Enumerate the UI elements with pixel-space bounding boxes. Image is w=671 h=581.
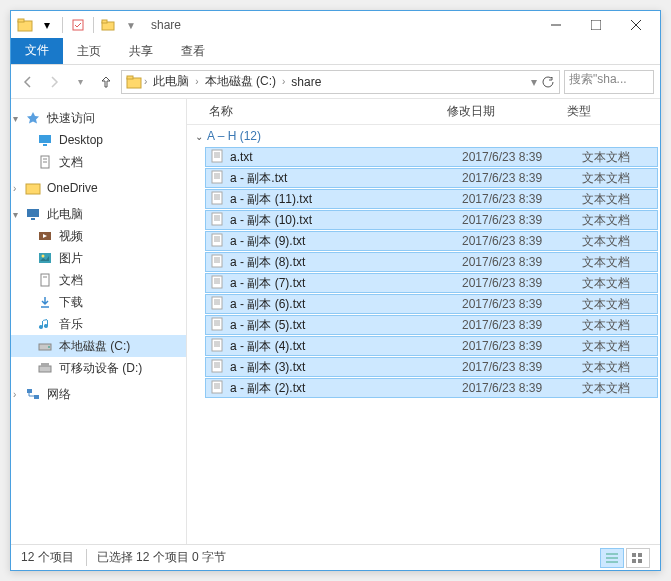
recent-dropdown[interactable]: ▾ <box>69 71 91 93</box>
svg-rect-2 <box>73 20 83 30</box>
sidebar-onedrive[interactable]: ›OneDrive <box>11 177 186 199</box>
file-row[interactable]: a - 副本 (4).txt2017/6/23 8:39文本文档 <box>205 336 658 356</box>
tab-home[interactable]: 主页 <box>63 39 115 64</box>
chevron-right-icon[interactable]: › <box>13 183 16 194</box>
sidebar-this-pc[interactable]: ▾此电脑 <box>11 203 186 225</box>
svg-rect-55 <box>212 276 222 288</box>
close-button[interactable] <box>616 11 656 39</box>
download-icon <box>37 294 53 310</box>
file-row[interactable]: a - 副本 (3).txt2017/6/23 8:39文本文档 <box>205 357 658 377</box>
file-type: 文本文档 <box>582 170 630 187</box>
chevron-right-icon[interactable]: › <box>144 76 147 87</box>
file-date: 2017/6/23 8:39 <box>462 360 582 374</box>
file-type: 文本文档 <box>582 254 630 271</box>
file-type: 文本文档 <box>582 233 630 250</box>
text-file-icon <box>210 296 226 312</box>
file-row[interactable]: a - 副本 (11).txt2017/6/23 8:39文本文档 <box>205 189 658 209</box>
file-name: a - 副本 (11).txt <box>230 191 462 208</box>
tab-share[interactable]: 共享 <box>115 39 167 64</box>
navigation-pane: ▾快速访问 Desktop 文档 ›OneDrive ▾此电脑 视频 图片 文档… <box>11 99 187 544</box>
breadcrumb-pc[interactable]: 此电脑 <box>149 73 193 90</box>
column-date[interactable]: 修改日期 <box>447 103 567 120</box>
file-name: a - 副本.txt <box>230 170 462 187</box>
file-date: 2017/6/23 8:39 <box>462 213 582 227</box>
file-row[interactable]: a - 副本 (2).txt2017/6/23 8:39文本文档 <box>205 378 658 398</box>
music-icon <box>37 316 53 332</box>
explorer-window: ▾ ▼ share 文件 主页 共享 查看 ▾ › 此电脑 › 本地磁盘 (C:… <box>10 10 661 571</box>
file-row[interactable]: a.txt2017/6/23 8:39文本文档 <box>205 147 658 167</box>
tab-view[interactable]: 查看 <box>167 39 219 64</box>
sidebar-downloads[interactable]: 下载 <box>11 291 186 313</box>
file-row[interactable]: a - 副本 (9).txt2017/6/23 8:39文本文档 <box>205 231 658 251</box>
qat-dropdown-icon[interactable]: ▾ <box>37 15 57 35</box>
sidebar-quick-access[interactable]: ▾快速访问 <box>11 107 186 129</box>
file-row[interactable]: a - 副本 (8).txt2017/6/23 8:39文本文档 <box>205 252 658 272</box>
file-name: a.txt <box>230 150 462 164</box>
file-type: 文本文档 <box>582 212 630 229</box>
sidebar-drive-c[interactable]: 本地磁盘 (C:) <box>11 335 186 357</box>
file-type: 文本文档 <box>582 338 630 355</box>
file-row[interactable]: a - 副本 (10).txt2017/6/23 8:39文本文档 <box>205 210 658 230</box>
forward-button[interactable] <box>43 71 65 93</box>
chevron-right-icon[interactable]: › <box>13 389 16 400</box>
file-row[interactable]: a - 副本 (6).txt2017/6/23 8:39文本文档 <box>205 294 658 314</box>
chevron-right-icon[interactable]: › <box>282 76 285 87</box>
text-file-icon <box>210 275 226 291</box>
titlebar: ▾ ▼ share <box>11 11 660 39</box>
new-folder-icon[interactable] <box>99 15 119 35</box>
file-row[interactable]: a - 副本 (7).txt2017/6/23 8:39文本文档 <box>205 273 658 293</box>
text-file-icon <box>210 233 226 249</box>
removable-drive-icon <box>37 360 53 376</box>
chevron-right-icon[interactable]: › <box>195 76 198 87</box>
dropdown-icon[interactable]: ▾ <box>531 75 537 89</box>
column-type[interactable]: 类型 <box>567 103 660 120</box>
text-file-icon <box>210 191 226 207</box>
file-type: 文本文档 <box>582 275 630 292</box>
refresh-icon[interactable] <box>541 75 555 89</box>
breadcrumb-folder[interactable]: share <box>287 75 325 89</box>
file-date: 2017/6/23 8:39 <box>462 381 582 395</box>
sidebar-network[interactable]: ›网络 <box>11 383 186 405</box>
svg-rect-71 <box>212 360 222 372</box>
file-date: 2017/6/23 8:39 <box>462 234 582 248</box>
sidebar-documents-2[interactable]: 文档 <box>11 269 186 291</box>
file-date: 2017/6/23 8:39 <box>462 192 582 206</box>
chevron-down-icon[interactable]: ⌄ <box>195 131 203 142</box>
file-type: 文本文档 <box>582 191 630 208</box>
properties-icon[interactable] <box>68 15 88 35</box>
minimize-button[interactable] <box>536 11 576 39</box>
group-header[interactable]: ⌄ A – H (12) <box>187 125 660 147</box>
sidebar-desktop[interactable]: Desktop <box>11 129 186 151</box>
sidebar-pictures[interactable]: 图片 <box>11 247 186 269</box>
column-name[interactable]: 名称 <box>187 103 447 120</box>
svg-rect-11 <box>39 135 51 143</box>
window-title: share <box>151 18 181 32</box>
sidebar-documents[interactable]: 文档 <box>11 151 186 173</box>
status-selected: 已选择 12 个项目 0 字节 <box>86 549 226 566</box>
tab-file[interactable]: 文件 <box>11 38 63 64</box>
file-type: 文本文档 <box>582 296 630 313</box>
file-row[interactable]: a - 副本.txt2017/6/23 8:39文本文档 <box>205 168 658 188</box>
drive-icon <box>37 338 53 354</box>
maximize-button[interactable] <box>576 11 616 39</box>
search-input[interactable]: 搜索"sha... <box>564 70 654 94</box>
icons-view-button[interactable] <box>626 548 650 568</box>
file-date: 2017/6/23 8:39 <box>462 150 582 164</box>
customize-icon[interactable]: ▼ <box>121 15 141 35</box>
content-area: ▾快速访问 Desktop 文档 ›OneDrive ▾此电脑 视频 图片 文档… <box>11 99 660 544</box>
svg-rect-20 <box>39 253 51 263</box>
sidebar-videos[interactable]: 视频 <box>11 225 186 247</box>
file-type: 文本文档 <box>582 380 630 397</box>
chevron-down-icon[interactable]: ▾ <box>13 209 18 220</box>
sidebar-music[interactable]: 音乐 <box>11 313 186 335</box>
chevron-down-icon[interactable]: ▾ <box>13 113 18 124</box>
back-button[interactable] <box>17 71 39 93</box>
breadcrumb-drive[interactable]: 本地磁盘 (C:) <box>201 73 280 90</box>
file-name: a - 副本 (6).txt <box>230 296 462 313</box>
file-row[interactable]: a - 副本 (5).txt2017/6/23 8:39文本文档 <box>205 315 658 335</box>
sidebar-drive-d[interactable]: 可移动设备 (D:) <box>11 357 186 379</box>
details-view-button[interactable] <box>600 548 624 568</box>
up-button[interactable] <box>95 71 117 93</box>
address-bar[interactable]: › 此电脑 › 本地磁盘 (C:) › share ▾ <box>121 70 560 94</box>
svg-rect-35 <box>212 171 222 183</box>
